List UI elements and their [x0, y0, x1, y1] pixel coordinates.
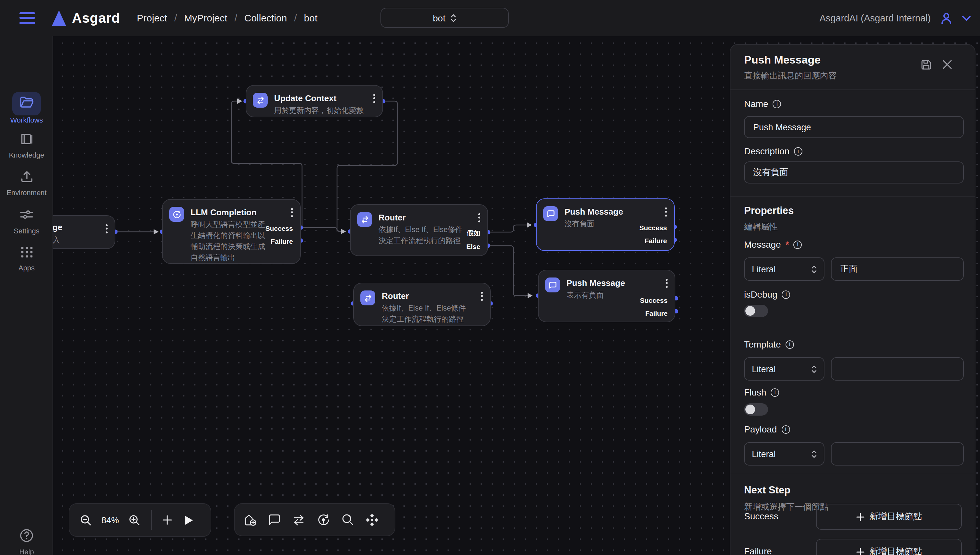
arrowhead	[154, 229, 159, 234]
next-step-success-label: Success	[744, 511, 778, 521]
node-router-1[interactable]: Router 依據If、Else If、Else條件決定工作流程執行的路徑 假如…	[350, 204, 488, 256]
info-icon[interactable]	[786, 340, 794, 348]
push-message-icon[interactable]	[268, 513, 281, 526]
zoom-out-button[interactable]	[80, 514, 92, 526]
swap-arrows-icon	[253, 93, 268, 107]
node-menu-icon[interactable]	[291, 208, 293, 217]
close-icon[interactable]	[942, 59, 953, 70]
next-step-heading: Next Step	[744, 484, 790, 496]
grid-dots-icon	[19, 244, 34, 259]
sliders-icon	[19, 207, 34, 222]
node-menu-icon[interactable]	[666, 279, 668, 287]
sidebar-item-apps[interactable]: Apps	[0, 244, 53, 272]
message-mode-select[interactable]: Literal	[744, 257, 825, 281]
node-llm-completion[interactable]: LLM Completion 呼叫大型語言模型並產生結構化的資料輸出以輔助流程的…	[162, 199, 301, 264]
isdebug-field-label: isDebug	[744, 289, 790, 300]
node-detail-panel: Push Message 直接輸出訊息的回應內容 Name Descriptio…	[730, 44, 975, 555]
sidebar-item-workflows[interactable]: Workflows	[0, 95, 53, 124]
workflow-selector[interactable]: bot	[381, 8, 509, 28]
output-success: Success	[639, 224, 667, 231]
zoom-toolbar: 84%	[69, 503, 211, 537]
output-success: Success	[640, 296, 668, 304]
payload-mode-select[interactable]: Literal	[744, 442, 825, 465]
info-icon[interactable]	[782, 290, 790, 298]
breadcrumb-myproject[interactable]: MyProject	[184, 12, 227, 23]
add-target-node-success-button[interactable]: 新增目標節點	[816, 504, 962, 530]
arrowhead	[528, 293, 533, 298]
panel-title: Push Message	[744, 54, 821, 67]
node-update-context[interactable]: Update Context 用於更新內容，初始化變數	[246, 85, 383, 117]
sidebar-item-help[interactable]: Help	[0, 528, 53, 555]
message-field-label: Message*	[744, 239, 802, 250]
template-mode-select[interactable]: Literal	[744, 357, 825, 380]
info-icon[interactable]	[771, 388, 779, 396]
updown-chevron-icon	[450, 13, 456, 22]
sidebar-item-settings[interactable]: Settings	[0, 207, 53, 235]
divider	[730, 473, 975, 473]
run-button[interactable]	[184, 515, 194, 526]
name-field-label: Name	[744, 99, 781, 109]
upload-icon	[19, 169, 34, 184]
isdebug-toggle[interactable]	[744, 305, 768, 317]
chevron-down-icon[interactable]	[962, 15, 971, 21]
payload-value-input[interactable]	[831, 442, 964, 465]
book-icon	[19, 132, 34, 146]
node-push-message-2[interactable]: Push Message 表示有負面 Success Failure	[538, 270, 676, 322]
sidebar-item-environment[interactable]: Environment	[0, 169, 53, 196]
node-router-2[interactable]: Router 依據If、Else If、Else條件決定工作流程執行的路徑	[353, 283, 491, 326]
updown-chevron-icon	[812, 265, 817, 273]
info-icon[interactable]	[794, 240, 802, 249]
add-button[interactable]	[162, 515, 172, 525]
add-node-icon[interactable]	[243, 513, 257, 527]
flush-toggle[interactable]	[744, 403, 768, 415]
edge-llmsuccess-to-router1	[301, 228, 337, 231]
zoom-in-button[interactable]	[128, 514, 141, 526]
node-menu-icon[interactable]	[373, 94, 375, 103]
node-message-partial[interactable]: ge 入	[53, 215, 115, 249]
toolbar-divider	[151, 510, 152, 530]
folder-icon	[19, 95, 34, 110]
user-icon[interactable]	[939, 11, 953, 25]
name-input[interactable]	[744, 116, 964, 138]
properties-subheading: 編輯屬性	[744, 221, 778, 233]
node-menu-icon[interactable]	[665, 207, 667, 216]
hamburger-menu-icon[interactable]	[19, 12, 35, 24]
edge-router1-if-to-push1	[488, 225, 527, 232]
breadcrumb-collection[interactable]: Collection	[244, 12, 287, 23]
template-value-input[interactable]	[831, 357, 964, 380]
node-push-message-1[interactable]: Push Message 沒有負面 Success Failure	[536, 198, 675, 251]
node-menu-icon[interactable]	[478, 213, 480, 222]
brand-title: Asgard	[72, 10, 120, 26]
add-target-node-failure-button[interactable]: 新增目標節點	[816, 539, 962, 555]
next-step-failure-label: Failure	[744, 546, 772, 555]
chat-bubble-icon	[543, 206, 558, 221]
output-failure: Failure	[645, 309, 668, 317]
router-icon[interactable]	[291, 513, 306, 527]
node-menu-icon[interactable]	[481, 292, 483, 300]
navbar-right: AsgardAI (Asgard Internal)	[820, 0, 971, 36]
info-icon[interactable]	[794, 147, 802, 155]
edge-router1-else-to-push2	[488, 246, 528, 296]
output-else: Else	[466, 242, 480, 250]
breadcrumb-project[interactable]: Project	[137, 12, 167, 23]
output-if: 假如	[467, 229, 480, 238]
updown-chevron-icon	[812, 450, 817, 458]
breadcrumb-bot[interactable]: bot	[304, 12, 318, 23]
message-value-input[interactable]	[831, 257, 964, 281]
sidebar-item-knowledge[interactable]: Knowledge	[0, 132, 53, 159]
output-success: Success	[266, 225, 293, 232]
panel-subtitle: 直接輸出訊息的回應內容	[744, 70, 837, 82]
description-input[interactable]	[744, 162, 964, 183]
node-menu-icon[interactable]	[106, 225, 107, 233]
output-failure: Failure	[271, 237, 293, 245]
swap-arrows-icon	[357, 212, 372, 227]
description-field-label: Description	[744, 146, 802, 156]
left-sidebar: Workflows Knowledge Environment Settings…	[0, 36, 53, 555]
llm-completion-icon[interactable]	[316, 513, 331, 527]
plus-icon	[856, 513, 864, 521]
search-icon[interactable]	[341, 513, 354, 526]
save-icon[interactable]	[921, 59, 932, 71]
info-icon[interactable]	[781, 425, 790, 433]
move-icon[interactable]	[365, 513, 379, 527]
info-icon[interactable]	[773, 99, 781, 108]
